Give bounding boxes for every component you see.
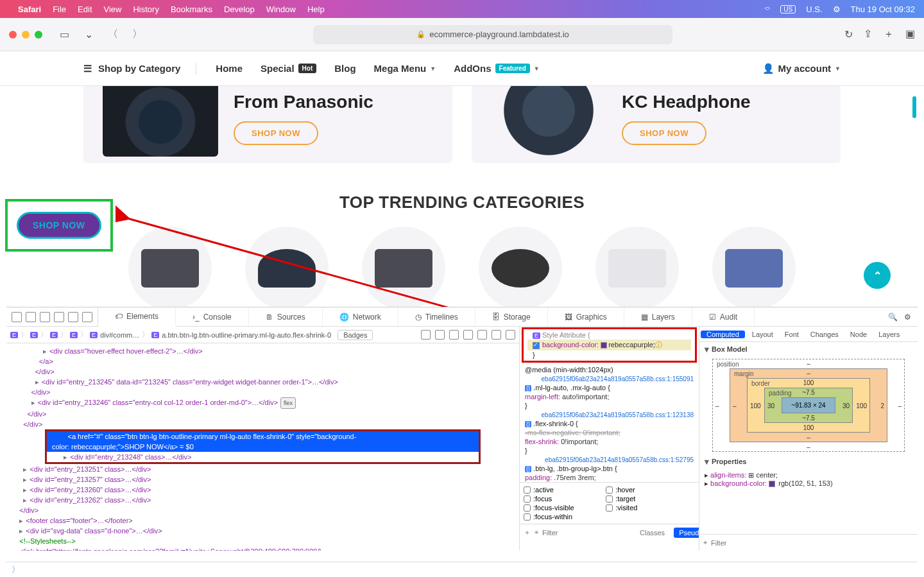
reload-icon[interactable]: ↻ (839, 26, 857, 43)
promo-title: KC Headphone (622, 92, 751, 112)
gear-icon[interactable]: ⚙ (904, 313, 911, 322)
dom-tree[interactable]: ▸<div class="hover-effect hover-effect-2… (6, 343, 519, 551)
audit-icon: ☑ (709, 313, 716, 322)
tab-graphics[interactable]: 🖼Graphics (548, 307, 624, 326)
back-icon[interactable]: 〈 (104, 26, 122, 43)
devtools-tabbar: 🏷Elements ›_Console 🗎Sources 🌐Network ◷T… (6, 307, 918, 327)
dropdown-icon[interactable]: ⌄ (80, 26, 98, 43)
macos-menubar: Safari File Edit View History Bookmarks … (0, 0, 924, 18)
classes-toggle[interactable]: Classes (635, 528, 670, 538)
menu-view[interactable]: View (104, 4, 122, 14)
tab-changes[interactable]: Changes (805, 331, 844, 338)
sidebar-icon[interactable]: ▭ (55, 26, 73, 43)
tab-layers[interactable]: Layers (873, 331, 905, 338)
box-model-title: ▶Box Model (699, 342, 918, 356)
tab-sources[interactable]: 🗎Sources (249, 307, 323, 326)
bluetooth-icon[interactable]: ⌔ (765, 4, 770, 14)
promo-headphone: KC Headphone SHOP NOW (472, 86, 841, 163)
styles-panel[interactable]: E Style Attribute { background-color: re… (520, 327, 699, 551)
menu-history[interactable]: History (133, 4, 158, 14)
tab-console[interactable]: ›_Console (176, 307, 249, 326)
chevron-down-icon: ▼ (534, 65, 540, 72)
nav-home[interactable]: Home (216, 63, 243, 74)
computed-panel: Computed Layout Font Changes Node Layers… (699, 327, 918, 551)
toolbar-icons[interactable] (421, 330, 515, 340)
lock-icon: 🔒 (416, 30, 425, 39)
dock-controls[interactable] (6, 307, 98, 326)
network-icon: 🌐 (339, 313, 349, 322)
shop-now-button[interactable]: SHOP NOW (622, 121, 706, 145)
shop-by-category-button[interactable]: ☰ Shop by Category (83, 63, 196, 74)
tab-audit[interactable]: ☑Audit (692, 307, 755, 326)
category-item[interactable] (128, 227, 212, 310)
menu-window[interactable]: Window (266, 4, 296, 14)
filter-input[interactable] (542, 529, 631, 537)
tab-network[interactable]: 🌐Network (323, 307, 398, 326)
category-item[interactable] (362, 227, 445, 310)
url-text: ecommerce-playground.lambdatest.io (429, 30, 569, 39)
nav-addons[interactable]: AddOnsFeatured▼ (454, 63, 540, 74)
layers-icon: ▦ (641, 313, 648, 322)
category-item[interactable] (245, 227, 329, 310)
scrollbar-thumb[interactable] (912, 96, 916, 118)
scroll-to-top-button[interactable]: ⌃ (864, 262, 891, 289)
nav-mega-menu[interactable]: Mega Menu▼ (374, 63, 436, 74)
clock: Thu 19 Oct 09:32 (851, 4, 915, 14)
user-icon: 👤 (762, 63, 774, 74)
box-model-diagram: position –––– margin –2–– border 1001001… (712, 359, 905, 452)
badges-button[interactable]: Badges (338, 330, 373, 340)
plus-icon[interactable]: ＋ (524, 528, 531, 537)
web-inspector: 🏷Elements ›_Console 🗎Sources 🌐Network ◷T… (6, 307, 918, 551)
forward-icon[interactable]: 〉 (128, 26, 146, 43)
shop-now-button[interactable]: SHOP NOW (234, 121, 318, 145)
console-prompt[interactable]: 〉 (6, 562, 918, 577)
search-icon[interactable]: 🔍 (888, 313, 898, 322)
annotation-style-highlight: E Style Attribute { background-color: re… (522, 327, 697, 363)
tab-font[interactable]: Font (779, 331, 805, 338)
category-item[interactable] (479, 227, 562, 310)
menu-file[interactable]: File (53, 4, 66, 14)
menu-develop[interactable]: Develop (224, 4, 255, 14)
tab-node[interactable]: Node (844, 331, 873, 338)
app-name[interactable]: Safari (18, 4, 41, 14)
hamburger-icon: ☰ (83, 63, 92, 74)
menu-help[interactable]: Help (307, 4, 325, 14)
category-circles (0, 227, 924, 310)
tab-elements[interactable]: 🏷Elements (98, 307, 176, 327)
tab-storage[interactable]: 🗄Storage (475, 307, 548, 326)
graphics-icon: 🖼 (565, 313, 572, 322)
menu-bookmarks[interactable]: Bookmarks (171, 4, 212, 14)
menu-edit[interactable]: Edit (78, 4, 92, 14)
filter-icon: ⌖ (703, 538, 707, 547)
promo-panasonic: From Panasonic SHOP NOW (83, 86, 452, 163)
share-icon[interactable]: ⇪ (864, 28, 872, 41)
annotation-dom-highlight: <a href="#" class="btn btn-lg btn-outlin… (45, 429, 481, 464)
hot-badge: Hot (298, 64, 317, 73)
category-item[interactable] (712, 227, 796, 310)
selected-dom-node: <a href="#" class="btn btn-lg btn-outlin… (47, 431, 479, 452)
category-item[interactable] (595, 227, 679, 310)
control-center-icon[interactable]: ⚙︎ (833, 4, 841, 14)
tab-timelines[interactable]: ◷Timelines (398, 307, 475, 326)
window-controls[interactable] (9, 31, 42, 39)
tab-computed[interactable]: Computed (701, 331, 745, 338)
pseudo-class-toggles: :active :hover :focus :target :focus-vis… (520, 482, 699, 524)
computed-filter-input[interactable] (711, 539, 914, 547)
inspected-shop-now-button[interactable]: SHOP NOW (17, 212, 101, 239)
pseudo-toggle[interactable]: Pseudo (674, 528, 699, 538)
nav-special[interactable]: SpecialHot (261, 63, 316, 74)
annotation-highlight-box: SHOP NOW (5, 199, 113, 252)
keyboard-layout[interactable]: US (780, 5, 796, 13)
tabs-icon[interactable]: ▣ (905, 28, 915, 41)
promo-title: From Panasonic (234, 92, 373, 112)
nav-my-account[interactable]: 👤 My account▼ (762, 63, 841, 74)
tab-layout[interactable]: Layout (746, 331, 779, 338)
breadcrumb[interactable]: E〉E〉E〉E〉 Ediv#comm…〉 Ea.btn.btn-lg.btn-o… (6, 327, 519, 343)
new-tab-icon[interactable]: ＋ (884, 28, 894, 41)
headphone-image (491, 86, 606, 157)
input-source[interactable]: U.S. (806, 4, 822, 14)
nav-blog[interactable]: Blog (334, 63, 355, 74)
tab-layers[interactable]: ▦Layers (624, 307, 692, 326)
url-bar[interactable]: 🔒 ecommerce-playground.lambdatest.io (313, 25, 672, 44)
featured-badge: Featured (495, 64, 530, 73)
